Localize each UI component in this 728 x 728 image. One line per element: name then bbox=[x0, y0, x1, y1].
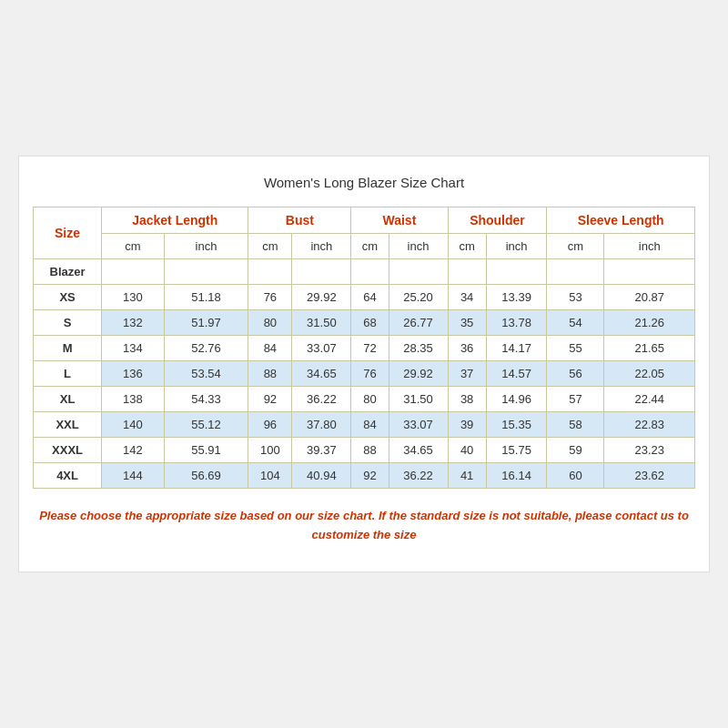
sleeve-length-header: Sleeve Length bbox=[547, 207, 695, 233]
jl-cm-header: cm bbox=[102, 233, 165, 258]
w-inch-blank bbox=[389, 258, 448, 284]
size-cell: XL bbox=[34, 386, 102, 411]
b-cm-cell: 92 bbox=[248, 386, 292, 411]
w-cm-cell: 68 bbox=[351, 309, 389, 335]
b-cm-header: cm bbox=[248, 233, 292, 258]
w-inch-header: inch bbox=[389, 233, 448, 258]
jl-inch-cell: 55.91 bbox=[164, 437, 248, 462]
b-cm-cell: 80 bbox=[248, 309, 292, 335]
size-cell: L bbox=[34, 360, 102, 386]
b-inch-header: inch bbox=[292, 233, 351, 258]
header-category-row: Size Jacket Length Bust Waist Shoulder S… bbox=[34, 207, 695, 233]
blazer-label-row: Blazer bbox=[34, 258, 695, 284]
jl-inch-cell: 54.33 bbox=[164, 386, 248, 411]
sl-inch-cell: 23.23 bbox=[604, 437, 695, 462]
w-cm-cell: 76 bbox=[351, 360, 389, 386]
b-inch-cell: 39.37 bbox=[292, 437, 351, 462]
sh-inch-cell: 13.39 bbox=[486, 284, 547, 309]
sl-cm-cell: 59 bbox=[547, 437, 604, 462]
table-row: M13452.768433.077228.353614.175521.65 bbox=[34, 335, 695, 360]
jl-cm-cell: 140 bbox=[102, 411, 165, 437]
sh-cm-cell: 37 bbox=[448, 360, 486, 386]
jl-inch-cell: 51.18 bbox=[164, 284, 248, 309]
b-inch-cell: 29.92 bbox=[292, 284, 351, 309]
jl-inch-header: inch bbox=[164, 233, 248, 258]
b-inch-cell: 37.80 bbox=[292, 411, 351, 437]
w-cm-header: cm bbox=[351, 233, 389, 258]
b-cm-cell: 88 bbox=[248, 360, 292, 386]
sl-cm-cell: 53 bbox=[547, 284, 604, 309]
b-inch-cell: 34.65 bbox=[292, 360, 351, 386]
jl-inch-cell: 55.12 bbox=[164, 411, 248, 437]
size-cell: XXXL bbox=[34, 437, 102, 462]
jl-cm-blank bbox=[102, 258, 165, 284]
jacket-length-header: Jacket Length bbox=[102, 207, 248, 233]
w-inch-cell: 25.20 bbox=[389, 284, 448, 309]
size-cell: XS bbox=[34, 284, 102, 309]
b-cm-cell: 104 bbox=[248, 462, 292, 488]
table-row: XL13854.339236.228031.503814.965722.44 bbox=[34, 386, 695, 411]
sh-cm-cell: 35 bbox=[448, 309, 486, 335]
b-inch-cell: 31.50 bbox=[292, 309, 351, 335]
b-inch-cell: 40.94 bbox=[292, 462, 351, 488]
b-cm-cell: 76 bbox=[248, 284, 292, 309]
sh-cm-cell: 34 bbox=[448, 284, 486, 309]
size-cell: XXL bbox=[34, 411, 102, 437]
table-row: S13251.978031.506826.773513.785421.26 bbox=[34, 309, 695, 335]
w-cm-cell: 64 bbox=[351, 284, 389, 309]
jl-inch-cell: 51.97 bbox=[164, 309, 248, 335]
sl-inch-cell: 22.44 bbox=[604, 386, 695, 411]
jl-inch-cell: 53.54 bbox=[164, 360, 248, 386]
w-inch-cell: 26.77 bbox=[389, 309, 448, 335]
b-cm-blank bbox=[248, 258, 292, 284]
w-inch-cell: 28.35 bbox=[389, 335, 448, 360]
jl-cm-cell: 136 bbox=[102, 360, 165, 386]
size-cell: M bbox=[34, 335, 102, 360]
sh-cm-cell: 39 bbox=[448, 411, 486, 437]
size-chart-table: Size Jacket Length Bust Waist Shoulder S… bbox=[33, 207, 695, 489]
w-inch-cell: 33.07 bbox=[389, 411, 448, 437]
table-body: XS13051.187629.926425.203413.395320.87S1… bbox=[34, 284, 695, 488]
sh-inch-cell: 14.17 bbox=[486, 335, 547, 360]
size-header: Size bbox=[34, 207, 102, 258]
sh-cm-header: cm bbox=[448, 233, 486, 258]
jl-cm-cell: 144 bbox=[102, 462, 165, 488]
table-row: XS13051.187629.926425.203413.395320.87 bbox=[34, 284, 695, 309]
table-row: XXXL14255.9110039.378834.654015.755923.2… bbox=[34, 437, 695, 462]
jl-inch-cell: 56.69 bbox=[164, 462, 248, 488]
b-cm-cell: 100 bbox=[248, 437, 292, 462]
w-cm-cell: 72 bbox=[351, 335, 389, 360]
sl-inch-cell: 22.05 bbox=[604, 360, 695, 386]
footer-text: Please choose the appropriate size based… bbox=[33, 507, 695, 545]
w-inch-cell: 34.65 bbox=[389, 437, 448, 462]
sl-inch-cell: 21.26 bbox=[604, 309, 695, 335]
sl-inch-blank bbox=[604, 258, 695, 284]
size-cell: S bbox=[34, 309, 102, 335]
waist-header: Waist bbox=[351, 207, 448, 233]
sl-cm-blank bbox=[547, 258, 604, 284]
table-row: XXL14055.129637.808433.073915.355822.83 bbox=[34, 411, 695, 437]
sh-cm-blank bbox=[448, 258, 486, 284]
sl-cm-cell: 58 bbox=[547, 411, 604, 437]
sl-cm-cell: 56 bbox=[547, 360, 604, 386]
sl-inch-cell: 23.62 bbox=[604, 462, 695, 488]
blazer-label: Blazer bbox=[34, 258, 102, 284]
jl-inch-blank bbox=[164, 258, 248, 284]
w-inch-cell: 29.92 bbox=[389, 360, 448, 386]
table-row: L13653.548834.657629.923714.575622.05 bbox=[34, 360, 695, 386]
sl-inch-header: inch bbox=[604, 233, 695, 258]
sh-cm-cell: 40 bbox=[448, 437, 486, 462]
chart-title: Women's Long Blazer Size Chart bbox=[33, 175, 695, 190]
sh-inch-cell: 14.96 bbox=[486, 386, 547, 411]
b-cm-cell: 84 bbox=[248, 335, 292, 360]
w-inch-cell: 31.50 bbox=[389, 386, 448, 411]
jl-cm-cell: 142 bbox=[102, 437, 165, 462]
b-inch-blank bbox=[292, 258, 351, 284]
w-cm-blank bbox=[351, 258, 389, 284]
sl-inch-cell: 21.65 bbox=[604, 335, 695, 360]
sh-inch-header: inch bbox=[486, 233, 547, 258]
bust-header: Bust bbox=[248, 207, 351, 233]
sl-inch-cell: 22.83 bbox=[604, 411, 695, 437]
size-cell: 4XL bbox=[34, 462, 102, 488]
w-cm-cell: 92 bbox=[351, 462, 389, 488]
